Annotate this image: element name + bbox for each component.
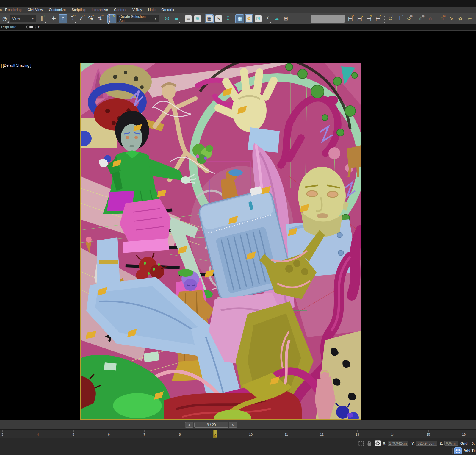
scene-explorer-layers-icon[interactable]: ≋ — [193, 14, 202, 23]
populate-flyout-button[interactable] — [26, 25, 36, 29]
render-setup-icon[interactable]: ⚙ — [245, 14, 253, 23]
render-production-icon[interactable]: ⚡ — [263, 14, 272, 23]
timeline-tick-label: 14 — [391, 433, 394, 436]
viewport[interactable] — [80, 63, 361, 420]
toggle-scene-explorer-icon[interactable]: ▦ — [205, 14, 214, 23]
percent-snap-icon-accent: ↷ — [92, 15, 94, 18]
menu-item-rendering[interactable]: Rendering — [2, 7, 24, 12]
timeline-track-bar[interactable]: 345678910111213141516 — [0, 429, 476, 438]
x-coordinate-field[interactable]: 179.942cm — [388, 441, 408, 446]
edit-named-selection-sets-icon[interactable]: { }✎ — [107, 14, 116, 23]
ornatrix-braid-icon-accent: ◎ — [443, 15, 446, 18]
viewport-shading-label[interactable]: ] [Default Shading ] — [1, 63, 31, 68]
menu-item-v-ray[interactable]: V-Ray — [129, 7, 145, 12]
rendered-frame-window-icon[interactable]: ⊡ — [254, 14, 262, 23]
menu-bar: s RenderingCivil ViewCustomizeScriptingI… — [0, 7, 476, 13]
select-and-manipulate-icon[interactable]: ✚ — [49, 14, 58, 23]
ornatrix-hair-card-icon[interactable]: ↺▭ — [405, 14, 413, 23]
percent-snap-icon[interactable]: %↷ — [86, 14, 95, 23]
menu-item-content[interactable]: Content — [111, 7, 129, 12]
y-coordinate-field[interactable]: 520.945cm — [416, 441, 437, 446]
view-dropdown-label: View — [12, 17, 20, 21]
frame-counter-field[interactable]: 9 / 20 — [194, 422, 228, 428]
view-dropdown[interactable]: View▼ — [10, 15, 36, 22]
ornatrix-strands-comb-icon[interactable]: ⋔ — [426, 14, 434, 23]
ornatrix-guides-lock-icon-accent: ● — [422, 15, 425, 18]
snap-toggle-3d-icon[interactable]: 3↷ — [68, 14, 76, 23]
layer-manager-icon-glyph: ☰ — [186, 16, 190, 21]
render-production-icon-glyph: ⚡ — [266, 16, 269, 21]
ornatrix-preset-edit-icon-accent: ✎ — [370, 15, 372, 18]
populate-caret-icon[interactable]: ▼ — [37, 26, 40, 29]
layer-manager-icon[interactable]: ☰ — [184, 14, 192, 23]
create-selection-set-dropdown-label: Create Selection Set — [119, 15, 152, 23]
layer-manager-icon-plate: ☰ — [185, 15, 192, 22]
selection-region-icon[interactable] — [358, 441, 364, 446]
ornatrix-preset-open-icon-glyph: ▤ — [357, 16, 362, 21]
create-selection-set-dropdown[interactable]: Create Selection Set▼ — [117, 15, 159, 22]
menu-item-ornatrix[interactable]: Ornatrix — [158, 7, 177, 12]
add-time-tag-label[interactable]: Add Time — [464, 448, 476, 453]
ornatrix-info-icon[interactable]: i° — [395, 14, 404, 23]
ornatrix-preset-gear-icon-accent: ⚙ — [351, 15, 354, 18]
toggle-scene-explorer-icon-plate: ▦ — [206, 15, 213, 22]
curve-editor-icon-glyph: ∿ — [217, 16, 220, 21]
schematic-view-icon[interactable]: ▩ — [235, 14, 244, 23]
absolute-mode-icon[interactable] — [375, 440, 381, 446]
menu-item-civil-view[interactable]: Civil View — [24, 7, 46, 12]
ornatrix-sway-icon[interactable]: ∿ — [447, 14, 455, 23]
render-in-cloud-icon[interactable]: ☁ — [272, 14, 281, 23]
ornatrix-preset-open-icon[interactable]: ▤▸ — [355, 14, 364, 23]
select-and-place-icon[interactable]: ◔ — [0, 14, 9, 23]
ornatrix-feather-icon[interactable]: ➳ — [465, 14, 474, 23]
toolbar-divider-strip — [0, 30, 476, 31]
use-pivot-point-center-icon[interactable]: ‖+ — [37, 14, 46, 23]
ornatrix-preset-delete-icon[interactable]: ▤✕ — [374, 14, 382, 23]
selection-lock-icon[interactable] — [367, 441, 372, 446]
timeline-tick-label: 11 — [285, 433, 288, 436]
viewport-3d-scene[interactable] — [81, 63, 361, 419]
ornatrix-guides-lock-icon[interactable]: ⋔● — [416, 14, 425, 23]
menu-item-help[interactable]: Help — [145, 7, 159, 12]
ornatrix-preset-open-icon-accent: ▸ — [362, 15, 363, 18]
menu-item-cut-fragment[interactable]: s — [0, 8, 2, 12]
timeline-playhead[interactable]: 9 — [213, 430, 217, 438]
cube-icon — [455, 448, 461, 454]
rendered-frame-window-icon-plate: ⊡ — [255, 15, 262, 22]
menu-item-scripting[interactable]: Scripting — [69, 7, 89, 12]
align-icon[interactable]: ≡ — [172, 14, 181, 23]
toolbar-separator — [234, 15, 234, 23]
prev-frame-button[interactable]: < — [185, 422, 193, 428]
angle-snap-icon[interactable]: ∠↷ — [77, 14, 86, 23]
select-and-place-icon-glyph: ◔ — [2, 16, 7, 21]
ornatrix-flower-icon[interactable]: ✿ — [456, 14, 465, 23]
asset-library-icon[interactable]: ⊞ — [281, 14, 290, 23]
ornatrix-braid-icon[interactable]: ⋔◎ — [438, 14, 446, 23]
flyout-corner-icon — [270, 21, 271, 23]
add-time-tag-button[interactable] — [454, 447, 462, 454]
populate-icon — [29, 26, 33, 28]
menu-item-customize[interactable]: Customize — [46, 7, 69, 12]
ribbon-toggle-icon[interactable]: ↧ — [223, 14, 232, 23]
spinner-snap-icon[interactable]: ⇅↷ — [95, 14, 104, 23]
curve-editor-icon[interactable]: ∿ — [214, 14, 223, 23]
flyout-corner-icon — [44, 21, 46, 23]
toolbar-empty-field[interactable] — [311, 15, 345, 23]
ornatrix-preset-gear-icon[interactable]: ▤⚙ — [346, 14, 355, 23]
next-frame-button[interactable]: > — [229, 422, 237, 428]
ornatrix-preset-edit-icon[interactable]: ▤✎ — [364, 14, 373, 23]
toolbar-separator — [203, 15, 203, 23]
timeline-tick — [357, 430, 358, 432]
timeline-tick — [2, 430, 3, 432]
menu-item-interactive[interactable]: Interactive — [89, 7, 111, 12]
timeline-tick-label: 10 — [249, 433, 253, 436]
ornatrix-strands-comb-icon-glyph: ⋔ — [428, 16, 432, 21]
keyboard-shortcut-override-icon[interactable]: ↑ — [59, 14, 67, 23]
render-in-cloud-icon-glyph: ☁ — [274, 16, 279, 21]
ornatrix-feather-icon-glyph: ➳ — [467, 16, 472, 21]
z-coordinate-field[interactable]: 0.0cm — [444, 441, 458, 446]
timeline-tick-label: 6 — [108, 433, 110, 436]
mirror-icon[interactable]: ⋈ — [163, 14, 171, 23]
render-setup-icon-plate: ⚙ — [246, 15, 252, 22]
ornatrix-add-hair-icon[interactable]: ↺+ — [386, 14, 395, 23]
